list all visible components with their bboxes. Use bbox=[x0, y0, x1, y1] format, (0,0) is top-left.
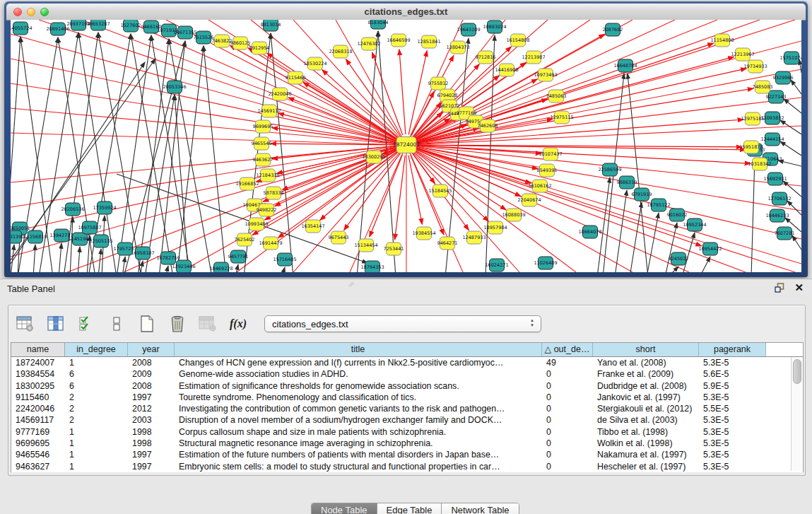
select-rows-button[interactable] bbox=[76, 313, 96, 334]
graph-node-label: 7463822 bbox=[212, 38, 233, 44]
column-header-title[interactable]: title bbox=[175, 343, 542, 356]
graph-node-label: 18794353 bbox=[360, 264, 384, 270]
graph-node-label: 10653287 bbox=[86, 21, 110, 27]
scrollbar-thumb[interactable] bbox=[793, 359, 801, 384]
graph-node-label: 7253441 bbox=[384, 246, 404, 252]
graph-edge bbox=[615, 190, 627, 272]
graph-node-label: 10993489 bbox=[245, 221, 268, 227]
graph-node-label: 14055724 bbox=[11, 25, 33, 31]
new-table-button[interactable] bbox=[137, 313, 157, 334]
table-cell: 1998 bbox=[128, 426, 175, 438]
graph-edge bbox=[700, 257, 710, 272]
table-body: 1872400712008Changes of HCN gene express… bbox=[11, 357, 803, 472]
graph-node-label: 3931390 bbox=[11, 234, 24, 240]
graph-node-label: 13804373 bbox=[446, 45, 469, 50]
table-row[interactable]: 911546021997Tourette syndrome. Phenomeno… bbox=[11, 392, 803, 403]
citation-network-graph[interactable]: 1405572420691406209371941065328715276029… bbox=[11, 20, 801, 272]
tab-node-table[interactable]: Node Table bbox=[312, 503, 377, 514]
graph-node-label: 9755812 bbox=[428, 81, 449, 86]
network-canvas[interactable]: 1405572420691406209371941065328715276029… bbox=[11, 20, 801, 272]
table-row[interactable]: 1456911722003Disruption of a novel membe… bbox=[11, 414, 803, 426]
graph-node-label: 15184545 bbox=[428, 188, 452, 194]
graph-node-label: 14569117 bbox=[257, 108, 281, 114]
graph-node-label: 7485083 bbox=[753, 84, 773, 90]
window-titlebar[interactable]: citations_edges.txt bbox=[6, 4, 806, 21]
table-row[interactable]: 2242004622012Investigating the contribut… bbox=[11, 403, 803, 414]
float-panel-icon[interactable] bbox=[775, 283, 785, 293]
table-row[interactable]: 1830029562008Estimation of significance … bbox=[11, 380, 803, 392]
table-row[interactable]: 946554611997Estimation of the future num… bbox=[11, 449, 803, 460]
table-row[interactable]: 1938455462009Genome-wide association stu… bbox=[11, 368, 803, 380]
graph-node-label: 16958107 bbox=[131, 250, 154, 256]
table-cell: Structural magnetic resonance image aver… bbox=[175, 438, 542, 449]
graph-edge bbox=[70, 217, 73, 272]
graph-node-label: 10973493 bbox=[534, 72, 557, 78]
column-header-short[interactable]: short bbox=[593, 343, 699, 356]
window-title: citations_edges.txt bbox=[6, 6, 806, 17]
table-cell: 19384554 bbox=[11, 368, 65, 380]
graph-node-label: 8813014 bbox=[261, 22, 281, 28]
table-cell: 2012 bbox=[128, 403, 175, 414]
graph-edge bbox=[282, 267, 285, 272]
graph-node-label: 9016022 bbox=[667, 212, 688, 218]
graph-node-label: 12213987 bbox=[522, 54, 545, 60]
table-cell: Tourette syndrome. Phenomenology and cla… bbox=[175, 392, 542, 403]
graph-node-label: 16795122 bbox=[647, 202, 670, 208]
table-cell: 5.3E-5 bbox=[699, 392, 766, 403]
table-cell: de Silva et al. (2003) bbox=[593, 414, 699, 426]
table-selector-dropdown[interactable]: citations_edges.txt ▲▼ bbox=[264, 315, 541, 332]
column-header-out_de[interactable]: △ out_de… bbox=[542, 343, 593, 356]
graph-node-label: 9860125 bbox=[230, 40, 251, 46]
table-row[interactable]: 969969511998Structural magnetic resonanc… bbox=[11, 438, 803, 449]
table-cell: 0 bbox=[542, 426, 593, 438]
table-cell: Yano et al. (2008) bbox=[593, 357, 699, 368]
table-cell: Dudbridge et al. (2008) bbox=[593, 380, 699, 392]
table-cell: 0 bbox=[542, 449, 593, 460]
column-header-year[interactable]: year bbox=[128, 343, 175, 356]
table-cell: 6 bbox=[65, 368, 128, 380]
table-row[interactable]: 946362711997Embryonic stem cells: a mode… bbox=[11, 461, 803, 472]
graph-edge bbox=[175, 95, 189, 272]
graph-node-label: 16088039 bbox=[502, 212, 525, 218]
graph-edge bbox=[406, 145, 463, 272]
graph-node-label: 11451944 bbox=[68, 236, 91, 242]
table-cell: 49 bbox=[542, 357, 593, 368]
graph-node-label: 22040674 bbox=[517, 197, 541, 203]
table-panel-body: f(x) citations_edges.txt ▲▼ namein_degre… bbox=[8, 305, 806, 476]
graph-node-label: 9463627 bbox=[253, 157, 273, 163]
column-header-in_degree[interactable]: in_degree bbox=[65, 343, 128, 356]
panel-resize-grip-icon[interactable] bbox=[348, 281, 355, 287]
table-cell: Franke et al. (2009) bbox=[593, 368, 699, 380]
table-cell: 9115460 bbox=[11, 392, 65, 403]
delete-table-disabled-button[interactable] bbox=[198, 313, 218, 334]
row-pair-button[interactable] bbox=[107, 313, 126, 334]
close-panel-icon[interactable]: ✕ bbox=[794, 283, 804, 293]
tab-network-table[interactable]: Network Table bbox=[442, 503, 518, 514]
column-header-name[interactable]: name bbox=[11, 343, 65, 356]
table-cell: 5.3E-5 bbox=[699, 414, 766, 426]
graph-node-label: 7625402 bbox=[235, 237, 255, 243]
graph-node-label: 12444154 bbox=[760, 136, 784, 142]
tab-edge-table[interactable]: Edge Table bbox=[377, 503, 442, 514]
table-cell: Nakamura et al. (1997) bbox=[593, 449, 699, 460]
table-row[interactable]: 977716911998Corpus callosum shape and si… bbox=[11, 426, 803, 438]
table-cell: 1997 bbox=[128, 461, 175, 472]
vertical-scrollbar[interactable] bbox=[791, 357, 802, 471]
graph-node-label: 19384554 bbox=[412, 230, 435, 236]
table-row[interactable]: 1872400712008Changes of HCN gene express… bbox=[11, 357, 803, 368]
delete-column-button[interactable] bbox=[167, 313, 187, 334]
show-columns-button[interactable] bbox=[46, 313, 66, 334]
graph-node-label: 11156819 bbox=[23, 234, 47, 240]
table-settings-button[interactable] bbox=[16, 313, 35, 334]
table-cell: 0 bbox=[542, 461, 593, 472]
graph-node-label: 10469228 bbox=[209, 266, 233, 271]
function-builder-button[interactable]: f(x) bbox=[228, 313, 248, 334]
graph-edge bbox=[11, 133, 406, 145]
table-cell: 5.3E-5 bbox=[699, 449, 766, 460]
table-cell: Disruption of a novel member of a sodium… bbox=[175, 414, 542, 426]
table-type-tabs: Node TableEdge TableNetwork Table bbox=[311, 503, 519, 514]
graph-edge bbox=[787, 201, 801, 215]
table-cell: Hescheler et al. (1997) bbox=[593, 461, 699, 472]
column-header-pagerank[interactable]: pagerank bbox=[699, 343, 766, 356]
table-cell: 1997 bbox=[128, 392, 175, 403]
